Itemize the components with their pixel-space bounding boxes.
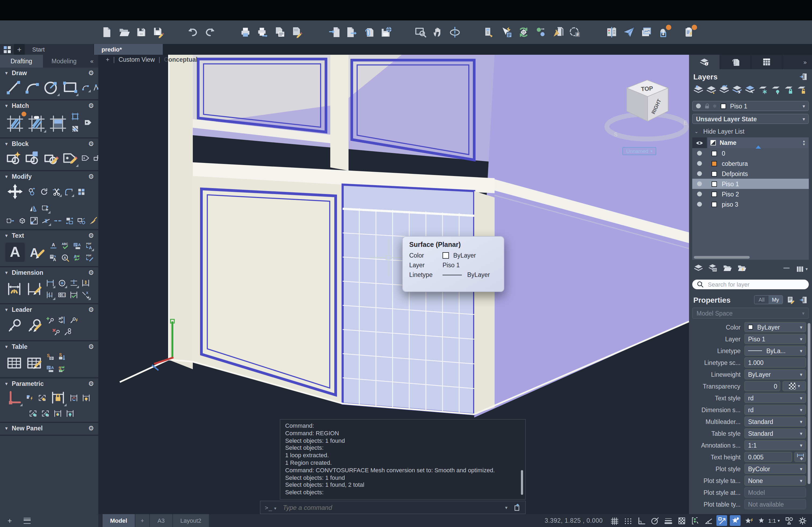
- name-column-header[interactable]: Name ▲▼: [707, 137, 809, 148]
- circle-tool[interactable]: [43, 78, 60, 96]
- save-to-web-button[interactable]: [379, 25, 393, 39]
- share-button[interactable]: [622, 25, 636, 39]
- annotation-s--dropdown[interactable]: 1:1▾: [744, 440, 806, 450]
- move-tool[interactable]: [5, 182, 25, 201]
- text-height-input[interactable]: 0.005: [744, 452, 792, 462]
- arrange-tool[interactable]: [65, 216, 74, 226]
- layer-search[interactable]: [692, 280, 809, 289]
- open-layer-state-button[interactable]: [722, 263, 733, 275]
- text-sync-tool[interactable]: A: [72, 253, 82, 263]
- multileader--dropdown[interactable]: Standard▾: [744, 417, 806, 427]
- lineweight-display-toggle[interactable]: [663, 515, 674, 526]
- gear-icon[interactable]: ⚙: [88, 380, 94, 388]
- command-input[interactable]: [282, 503, 505, 512]
- tool-palettes-button[interactable]: [482, 25, 496, 39]
- isometric-drafting-toggle[interactable]: [703, 515, 714, 526]
- panel-tab-tables[interactable]: [751, 55, 782, 69]
- export-data-tool[interactable]: S: [57, 352, 67, 362]
- geometric-constraints-tool[interactable]: [5, 389, 23, 406]
- gear-icon[interactable]: ⚙: [88, 69, 94, 77]
- gear-icon[interactable]: ⚙: [88, 232, 94, 239]
- break-tool[interactable]: [41, 216, 51, 226]
- purge-button[interactable]: [534, 25, 548, 39]
- lineweight-dropdown[interactable]: ByLayer▾: [744, 369, 806, 379]
- layer-row-cobertura[interactable]: cobertura: [692, 158, 809, 168]
- attach-button[interactable]: [362, 25, 376, 39]
- constraint-bar-cyan-2-tool[interactable]: [40, 408, 50, 419]
- rotate-tool[interactable]: [39, 186, 49, 197]
- palette-tab-drafting[interactable]: Drafting: [0, 55, 43, 67]
- remove-button[interactable]: [782, 264, 791, 275]
- plot-style-dropdown[interactable]: ByColor▾: [744, 464, 806, 474]
- unisolate-layer-button[interactable]: [744, 84, 756, 98]
- convert-text-tool[interactable]: A: [48, 253, 59, 263]
- dim-bulb-cyan-tool[interactable]: [65, 408, 75, 419]
- text-list-tool[interactable]: A: [72, 241, 82, 251]
- auto-annotation-scale-toggle[interactable]: [743, 515, 754, 526]
- layer-row-Defpoints[interactable]: Defpoints: [692, 168, 809, 179]
- arc-start-tool[interactable]: [81, 82, 91, 92]
- multileader-style-tool[interactable]: [25, 317, 43, 335]
- solid-tag-tool[interactable]: [83, 117, 93, 128]
- add-leader-tool[interactable]: [45, 315, 55, 325]
- copy-tool[interactable]: [27, 186, 37, 197]
- snap-mode-toggle[interactable]: [623, 515, 634, 526]
- layer-color-swatch[interactable]: [712, 201, 717, 207]
- scale-tool[interactable]: [29, 216, 39, 226]
- transparency-pattern-button[interactable]: ▾: [782, 381, 806, 391]
- view-control[interactable]: Custom View: [118, 56, 155, 63]
- baseline-dimension-tool[interactable]: [45, 290, 55, 300]
- file-tab-predio[interactable]: predio*: [94, 44, 163, 55]
- hatch-tool[interactable]: [5, 113, 25, 132]
- zoom-window-button[interactable]: [414, 25, 427, 39]
- linetype-sc--input[interactable]: 1.000: [744, 358, 806, 367]
- remove-leader-tool[interactable]: [51, 327, 61, 337]
- rectangle-tool[interactable]: [62, 78, 78, 96]
- drawing-compare-button[interactable]: [605, 25, 619, 39]
- clean-screen-button[interactable]: [551, 25, 565, 39]
- import-layer-state-button[interactable]: [737, 263, 747, 275]
- customization-button[interactable]: [797, 515, 808, 526]
- attribute-list-tool[interactable]: [92, 153, 98, 163]
- grid-display-toggle[interactable]: [609, 515, 620, 526]
- erase-tool[interactable]: [89, 216, 98, 226]
- command-prompt-icon[interactable]: >_: [265, 504, 273, 511]
- panel-tabs-overflow[interactable]: »: [798, 55, 812, 69]
- boundary-hatch-tool[interactable]: [27, 113, 46, 132]
- pdf-import-text-tool[interactable]: PDFA: [84, 241, 94, 251]
- action-recorder-button[interactable]: [682, 25, 696, 39]
- isolate-layer-button[interactable]: [731, 84, 743, 98]
- data-sync-tool[interactable]: S: [57, 364, 67, 374]
- layer-row-0[interactable]: 0: [692, 148, 809, 158]
- ortho-mode-toggle[interactable]: [636, 515, 647, 526]
- gear-icon[interactable]: ⚙: [88, 102, 94, 109]
- plot-style-ta--dropdown[interactable]: None▾: [744, 476, 806, 486]
- insert-block-tool[interactable]: [5, 149, 22, 167]
- plot-preview-button[interactable]: [290, 25, 304, 39]
- pdf-settings-tool[interactable]: PDF: [84, 253, 94, 263]
- define-attribute-tool[interactable]: [81, 153, 91, 163]
- undo-button[interactable]: [186, 25, 200, 39]
- fillet-tool[interactable]: [64, 186, 74, 197]
- pan-button[interactable]: [431, 25, 445, 39]
- dimension-tool[interactable]: [5, 280, 23, 298]
- filter-all[interactable]: All: [755, 296, 768, 304]
- layer-status-icon[interactable]: [697, 171, 702, 176]
- adjust-space-tool[interactable]: [81, 278, 91, 288]
- workspace-switching-button[interactable]: [784, 515, 794, 526]
- 3d-operations-tool[interactable]: [17, 216, 27, 226]
- cloud-download-button[interactable]: [656, 25, 670, 39]
- dim-bulb-half-tool[interactable]: [53, 408, 63, 419]
- space-dropdown[interactable]: Model Space ▾: [692, 307, 809, 319]
- layer-row-Piso-1[interactable]: Piso 1: [692, 179, 809, 189]
- constraint-bar-cyan-tool[interactable]: [28, 408, 38, 419]
- gear-icon[interactable]: ⚙: [88, 140, 94, 148]
- create-block-tool[interactable]: [24, 149, 41, 167]
- single-line-text-tool[interactable]: A: [48, 241, 59, 251]
- viewport-controls-button[interactable]: +: [106, 56, 109, 63]
- layer-status-icon[interactable]: [697, 192, 702, 196]
- trim-tool[interactable]: [52, 186, 62, 197]
- spell-check-tool[interactable]: ABC: [60, 241, 70, 251]
- layer-status-icon[interactable]: [697, 151, 702, 156]
- multiline-text-tool[interactable]: A: [5, 242, 25, 261]
